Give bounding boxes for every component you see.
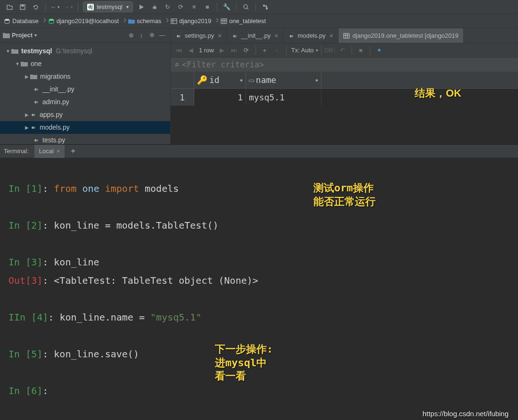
ddl-icon[interactable]: ■ [355, 45, 367, 56]
tree-init[interactable]: ●● __init__.py [0, 83, 170, 96]
crumb-database[interactable]: Database [4, 17, 41, 25]
row-count: 1 row [199, 47, 214, 54]
prev-icon[interactable]: ◀ [185, 45, 197, 56]
crumb-table[interactable]: one_tabletest [221, 17, 269, 25]
search-icon: ⌕ [174, 60, 179, 69]
svg-point-2 [153, 6, 156, 9]
tree-root[interactable]: ▼ testmysql G:\testmysql [0, 45, 170, 58]
last-icon[interactable]: ⏭ [229, 45, 240, 56]
crumb-connection[interactable]: django2019@localhost [48, 17, 122, 25]
svg-point-7 [49, 19, 54, 21]
refresh-icon[interactable] [30, 1, 41, 13]
view-icon[interactable]: ✦ [374, 45, 385, 56]
annotation-orm: 测试orm操作能否正常运行 [313, 181, 376, 208]
terminal-label: Terminal: [4, 148, 29, 155]
close-icon[interactable]: × [274, 32, 278, 40]
svg-rect-8 [171, 19, 177, 24]
reload-icon[interactable]: ⟳ [241, 45, 252, 56]
watermark: https://blog.csdn.net/ifubing [422, 410, 509, 418]
stop-icon[interactable]: ■ [202, 1, 213, 13]
terminal-header: Terminal: Local× ＋ [0, 145, 518, 158]
tab-db-table[interactable]: django2019.one_tabletest [django2019 [338, 28, 464, 43]
tree-tests[interactable]: ●● tests.py [0, 134, 170, 144]
open-file-icon[interactable] [4, 1, 15, 13]
rollback-icon[interactable]: ↶ [337, 45, 348, 56]
back-icon[interactable]: ←▾ [49, 1, 61, 13]
terminal-tab-local[interactable]: Local× [34, 145, 65, 158]
project-tree[interactable]: ▼ testmysql G:\testmysql ▼ one ▶ migrati… [0, 43, 170, 144]
run-config-dropdown[interactable]: djtestmysql▾ [83, 1, 133, 12]
data-grid[interactable]: 🔑id◆ ▭name◆ 1 1 mysq5.1 结果，OK [171, 72, 518, 144]
tab-init[interactable]: ●●__init__.py× [227, 28, 283, 43]
editor-tabs: ●●settings.py× ●●__init__.py× ●●models.p… [171, 28, 518, 43]
tree-pkg[interactable]: ▼ one [0, 58, 170, 70]
svg-point-3 [244, 5, 247, 8]
commit-icon[interactable]: DB↑ [325, 45, 336, 56]
svg-rect-10 [344, 33, 349, 38]
crumb-schemas[interactable]: schemas [128, 17, 164, 25]
data-toolbar: ⏮ ◀ 1 row ▶ ⏭ ⟳ ＋ － Tx: Auto▾ DB↑ ↶ ■ ✦ [171, 43, 518, 58]
close-icon[interactable]: × [218, 32, 222, 40]
coverage-icon[interactable]: ↻ [162, 1, 173, 13]
svg-rect-9 [221, 19, 227, 24]
filter-row[interactable]: ⌕ <Filter criteria> [171, 58, 518, 72]
tab-models[interactable]: ●●models.py× [283, 28, 338, 43]
tx-mode[interactable]: Tx: Auto [291, 47, 314, 54]
next-icon[interactable]: ▶ [216, 45, 228, 56]
tree-admin[interactable]: ●● admin.py [0, 96, 170, 108]
breadcrumb-bar: Database django2019@localhost schemas dj… [0, 14, 518, 28]
crumb-db[interactable]: django2019 [171, 17, 214, 25]
tree-apps[interactable]: ▶ ●● apps.py [0, 108, 170, 121]
close-icon[interactable]: × [329, 32, 333, 40]
terminal-body[interactable]: In [1]: from one import models In [2]: k… [0, 158, 518, 420]
project-tool-window: Project ▾ ⊕ ↕ ✲ — ▼ testmysql G:\testmys… [0, 28, 171, 144]
close-icon[interactable]: × [57, 148, 60, 155]
locate-icon[interactable]: ⊕ [126, 30, 136, 41]
annotation-next: 下一步操作:进mysql中看一看 [215, 343, 273, 383]
debug-icon[interactable] [149, 1, 160, 13]
tab-settings[interactable]: ●●settings.py× [171, 28, 227, 43]
search-everywhere-icon[interactable] [240, 1, 252, 13]
save-icon[interactable] [17, 1, 28, 13]
annotation-result: 结果，OK [415, 87, 461, 100]
svg-rect-1 [21, 5, 24, 7]
vcs-icon[interactable] [260, 1, 271, 13]
forward-icon[interactable]: →▾ [63, 1, 74, 13]
delete-row-icon[interactable]: － [271, 45, 283, 56]
step-icon[interactable]: ≡ [189, 1, 200, 13]
settings-icon[interactable]: 🔧 [221, 1, 232, 13]
table-row[interactable]: 1 1 mysq5.1 [171, 89, 518, 106]
svg-rect-4 [263, 5, 265, 7]
editor-area: ●●settings.py× ●●__init__.py× ●●models.p… [171, 28, 518, 144]
project-header[interactable]: Project ▾ ⊕ ↕ ✲ — [0, 28, 170, 43]
main-toolbar: ←▾ →▾ djtestmysql▾ ↻ ⟳ ≡ ■ 🔧 [0, 0, 518, 14]
add-row-icon[interactable]: ＋ [259, 45, 271, 56]
new-terminal-icon[interactable]: ＋ [65, 146, 82, 156]
gear-icon[interactable]: ✲ [147, 30, 157, 41]
first-icon[interactable]: ⏮ [173, 45, 184, 56]
hide-icon[interactable]: — [157, 30, 167, 41]
run-icon[interactable] [136, 1, 147, 13]
expand-icon[interactable]: ↕ [136, 30, 147, 41]
tree-migrations[interactable]: ▶ migrations [0, 70, 170, 83]
tree-models[interactable]: ▶ ●● models.py [0, 121, 170, 134]
profile-icon[interactable]: ⟳ [175, 1, 187, 13]
svg-point-6 [5, 19, 9, 21]
